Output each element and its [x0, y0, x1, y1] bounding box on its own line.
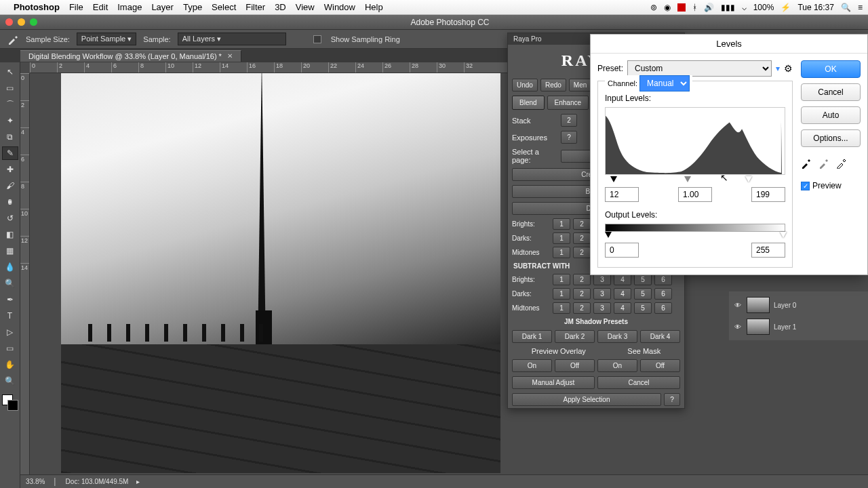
- blur-tool[interactable]: 💧: [2, 260, 18, 274]
- menu-3d[interactable]: 3D: [275, 2, 286, 12]
- menu-image[interactable]: Image: [117, 2, 142, 12]
- output-white-field[interactable]: [751, 243, 785, 258]
- levels-title[interactable]: Levels: [591, 35, 867, 54]
- apply-help-button[interactable]: ?: [664, 393, 680, 406]
- dark2-button[interactable]: Dark 2: [555, 330, 595, 343]
- history-brush-tool[interactable]: ↺: [2, 211, 18, 225]
- sample-select[interactable]: All Layers ▾: [178, 33, 286, 45]
- raya-cancel-button[interactable]: Cancel: [597, 376, 680, 389]
- mid-1[interactable]: 1: [553, 247, 570, 258]
- menu-edit[interactable]: Edit: [93, 2, 108, 12]
- zoom-tool[interactable]: 🔍: [2, 374, 18, 388]
- preset-gear-icon[interactable]: ⚙: [784, 63, 793, 74]
- gradient-tool[interactable]: ▦: [2, 244, 18, 258]
- menu-type[interactable]: Type: [183, 2, 202, 12]
- menu-select[interactable]: Select: [212, 2, 236, 12]
- close-tab-icon[interactable]: ✕: [227, 52, 233, 60]
- dodge-tool[interactable]: 🔍: [2, 277, 18, 290]
- visibility-icon[interactable]: 👁: [733, 302, 743, 309]
- move-tool[interactable]: ↖: [2, 65, 18, 79]
- mid-2[interactable]: 2: [573, 247, 591, 258]
- clock[interactable]: Tue 16:37: [797, 3, 834, 12]
- black-eyedropper-icon[interactable]: [801, 158, 812, 169]
- close-window-icon[interactable]: [5, 18, 13, 26]
- brush-tool[interactable]: 🖌: [2, 179, 18, 192]
- wifi-icon[interactable]: ⌵: [742, 3, 747, 12]
- enhance-tab[interactable]: Enhance: [547, 96, 589, 110]
- darks-1[interactable]: 1: [553, 232, 570, 244]
- output-black-slider[interactable]: [605, 232, 612, 238]
- darks-2[interactable]: 2: [573, 232, 591, 244]
- visibility-icon[interactable]: 👁: [733, 323, 743, 331]
- bluetooth-icon[interactable]: ᚼ: [692, 3, 697, 12]
- volume-icon[interactable]: 🔊: [704, 3, 714, 12]
- layer-thumb[interactable]: [747, 297, 770, 313]
- heal-tool[interactable]: ✚: [2, 163, 18, 176]
- stamp-tool[interactable]: ⧯: [2, 195, 18, 209]
- output-sliders[interactable]: [605, 232, 785, 240]
- eyedropper-tool[interactable]: ✎: [2, 146, 18, 160]
- brights-1[interactable]: 1: [553, 218, 570, 230]
- output-black-field[interactable]: [605, 243, 639, 258]
- sm2[interactable]: 2: [573, 302, 591, 314]
- output-gradient[interactable]: [605, 224, 785, 232]
- output-white-slider[interactable]: [780, 232, 787, 238]
- levels-dialog[interactable]: Levels Preset: Custom ▾ ⚙ Channel: Manua…: [590, 34, 868, 275]
- ruler-vertical[interactable]: 02468101214: [20, 73, 30, 474]
- layer-name[interactable]: Layer 0: [774, 302, 796, 309]
- layer-thumb[interactable]: [747, 319, 770, 335]
- layer-row[interactable]: 👁Layer 1: [732, 316, 865, 338]
- status-arrow-icon[interactable]: ▸: [136, 478, 140, 485]
- menu-filter[interactable]: Filter: [245, 2, 265, 12]
- auto-button[interactable]: Auto: [801, 106, 861, 124]
- cancel-button[interactable]: Cancel: [801, 83, 861, 101]
- zoom-level[interactable]: 33.8%: [26, 478, 45, 485]
- mask-on-button[interactable]: On: [597, 359, 637, 372]
- eyedrop-tool-icon[interactable]: [7, 33, 19, 45]
- menu-app[interactable]: Photoshop: [14, 2, 60, 12]
- layers-panel[interactable]: 👁Layer 0 👁Layer 1: [729, 291, 868, 340]
- crop-tool[interactable]: ⧉: [2, 130, 18, 144]
- exposures-help-button[interactable]: ?: [561, 131, 577, 144]
- blend-tab[interactable]: Blend: [512, 96, 545, 110]
- white-point-slider[interactable]: [745, 176, 752, 182]
- sb5[interactable]: 5: [634, 274, 652, 285]
- histogram[interactable]: [605, 107, 785, 175]
- overlay-on-button[interactable]: On: [512, 359, 552, 372]
- sd1[interactable]: 1: [553, 288, 570, 300]
- white-eyedropper-icon[interactable]: [836, 158, 847, 169]
- color-swatch[interactable]: [2, 394, 18, 411]
- status-record-icon[interactable]: [677, 3, 686, 12]
- menu-file[interactable]: File: [69, 2, 83, 12]
- sb4[interactable]: 4: [614, 274, 631, 285]
- black-point-slider[interactable]: [610, 176, 617, 182]
- spotlight-icon[interactable]: 🔍: [841, 3, 851, 12]
- gray-eyedropper-icon[interactable]: [818, 158, 829, 169]
- menu-button[interactable]: Men: [569, 79, 591, 92]
- sd2[interactable]: 2: [573, 288, 591, 300]
- show-sampling-ring-checkbox[interactable]: [313, 35, 321, 43]
- menu-view[interactable]: View: [296, 2, 315, 12]
- preview-checkbox[interactable]: ✓: [801, 182, 810, 190]
- preset-select[interactable]: Custom: [627, 60, 772, 77]
- sm5[interactable]: 5: [634, 302, 652, 314]
- doc-size[interactable]: Doc: 103.0M/449.5M: [66, 478, 129, 485]
- channel-select[interactable]: Manual: [639, 75, 690, 92]
- sb3[interactable]: 3: [593, 274, 611, 285]
- input-sliders[interactable]: ↖: [605, 176, 785, 184]
- eraser-tool[interactable]: ◧: [2, 228, 18, 241]
- dark3-button[interactable]: Dark 3: [597, 330, 637, 343]
- menu-icon[interactable]: ≡: [858, 3, 863, 12]
- sb1[interactable]: 1: [553, 274, 570, 285]
- pen-tool[interactable]: ✒: [2, 293, 18, 306]
- sm4[interactable]: 4: [614, 302, 631, 314]
- sd3[interactable]: 3: [593, 288, 611, 300]
- minimize-window-icon[interactable]: [18, 18, 25, 26]
- sample-size-select[interactable]: Point Sample ▾: [77, 33, 137, 45]
- sb6[interactable]: 6: [654, 274, 672, 285]
- wand-tool[interactable]: ✦: [2, 114, 18, 127]
- sm1[interactable]: 1: [553, 302, 570, 314]
- sd6[interactable]: 6: [654, 288, 672, 300]
- brights-2[interactable]: 2: [573, 218, 591, 230]
- menu-window[interactable]: Window: [324, 2, 355, 12]
